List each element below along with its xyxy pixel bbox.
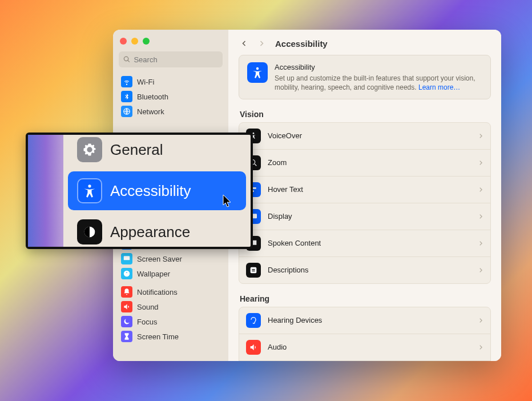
row-label: Spoken Content xyxy=(268,239,471,247)
chevron-right-icon xyxy=(478,187,483,193)
chevron-right-icon xyxy=(478,267,483,273)
chevron-right-icon xyxy=(478,133,483,139)
row-label: Hover Text xyxy=(268,185,471,194)
sidebar-item-focus[interactable]: Focus xyxy=(116,314,225,329)
bell-icon xyxy=(121,286,132,298)
bluetooth-icon xyxy=(121,91,132,102)
wifi-icon xyxy=(121,76,132,87)
row-hearing-devices[interactable]: Hearing Devices xyxy=(239,307,490,334)
section-title-vision: Vision xyxy=(240,110,491,119)
callout-item-label: Appearance xyxy=(110,223,190,241)
minimize-button[interactable] xyxy=(131,38,138,45)
page-title: Accessibility xyxy=(275,39,328,49)
moon-icon xyxy=(121,316,132,327)
svg-rect-2 xyxy=(124,256,130,260)
chevron-right-icon xyxy=(478,214,483,219)
sidebar-item-wallpaper[interactable]: Wallpaper xyxy=(116,266,225,281)
svg-point-4 xyxy=(253,133,255,134)
info-heading: Accessibility xyxy=(275,62,482,73)
toolbar: Accessibility xyxy=(228,30,501,55)
sidebar-item-label: Network xyxy=(137,107,164,116)
accessibility-icon xyxy=(77,178,102,203)
sidebar-item-label: Bluetooth xyxy=(137,93,168,101)
sidebar-item-screensaver[interactable]: Screen Saver xyxy=(116,251,225,266)
sidebar-item-label: Wallpaper xyxy=(137,270,170,278)
back-button[interactable] xyxy=(239,38,250,49)
row-label: VoiceOver xyxy=(268,131,471,140)
svg-point-3 xyxy=(256,67,259,70)
speaker-icon xyxy=(121,301,132,312)
callout-item-label: General xyxy=(110,141,163,159)
info-text: Accessibility Set up and customize the b… xyxy=(275,62,482,92)
wallpaper-icon xyxy=(121,268,132,279)
vision-list: VoiceOver Zoom Hover Text Display xyxy=(239,122,491,284)
screensaver-icon xyxy=(121,253,132,264)
search-input[interactable] xyxy=(134,55,218,64)
sidebar-item-label: Focus xyxy=(137,318,157,326)
search-icon xyxy=(123,55,130,63)
sidebar-item-network[interactable]: Network xyxy=(116,104,225,119)
row-label: Audio xyxy=(268,343,471,351)
row-label: Descriptions xyxy=(268,266,471,274)
callout-desktop-strip xyxy=(28,135,63,247)
sidebar-item-label: Screen Time xyxy=(137,332,179,341)
row-label: Hearing Devices xyxy=(268,316,471,324)
sidebar-item-label: Wi-Fi xyxy=(137,78,154,86)
audio-icon xyxy=(246,340,261,355)
zoom-callout: General Accessibility Appearance xyxy=(26,133,253,249)
row-descriptions[interactable]: Descriptions xyxy=(239,256,490,283)
descriptions-icon xyxy=(246,263,261,278)
forward-button[interactable] xyxy=(256,38,267,49)
accessibility-big-icon xyxy=(247,62,268,83)
row-label: Display xyxy=(268,212,471,220)
main-pane: Accessibility Accessibility Set up and c… xyxy=(228,30,501,361)
row-zoom[interactable]: Zoom xyxy=(239,149,490,176)
chevron-right-icon xyxy=(478,240,483,246)
row-voiceover[interactable]: VoiceOver xyxy=(239,123,490,149)
chevron-right-icon xyxy=(478,318,483,323)
appearance-icon xyxy=(77,219,102,244)
svg-point-9 xyxy=(88,185,91,187)
row-audio[interactable]: Audio xyxy=(239,334,490,360)
sidebar-item-wifi[interactable]: Wi-Fi xyxy=(116,74,225,89)
row-spoken-content[interactable]: Spoken Content xyxy=(239,230,490,256)
window-controls xyxy=(113,35,228,49)
callout-item-label: Accessibility xyxy=(110,182,191,200)
content: Accessibility Set up and customize the b… xyxy=(228,55,501,361)
globe-icon xyxy=(121,106,132,117)
row-display[interactable]: Display xyxy=(239,203,490,230)
chevron-right-icon xyxy=(478,344,483,350)
close-button[interactable] xyxy=(120,38,127,45)
sidebar-item-bluetooth[interactable]: Bluetooth xyxy=(116,89,225,104)
section-title-hearing: Hearing xyxy=(240,294,491,303)
callout-item-accessibility[interactable]: Accessibility xyxy=(68,171,246,210)
callout-list: General Accessibility Appearance xyxy=(63,135,251,247)
sidebar-item-notifications[interactable]: Notifications xyxy=(116,284,225,299)
learn-more-link[interactable]: Learn more… xyxy=(418,83,460,91)
callout-item-appearance[interactable]: Appearance xyxy=(68,212,246,251)
sidebar-item-label: Screen Saver xyxy=(137,255,182,263)
svg-rect-7 xyxy=(251,267,257,274)
row-hovertext[interactable]: Hover Text xyxy=(239,176,490,203)
search-field[interactable] xyxy=(119,51,223,67)
maximize-button[interactable] xyxy=(143,38,150,45)
info-box: Accessibility Set up and customize the b… xyxy=(239,55,491,99)
sidebar-item-label: Sound xyxy=(137,303,159,311)
sidebar-item-label: Notifications xyxy=(137,288,178,296)
row-label: Zoom xyxy=(268,158,471,167)
hearing-list: Hearing Devices Audio Captions xyxy=(239,307,491,361)
hourglass-icon xyxy=(121,331,132,342)
chevron-right-icon xyxy=(478,160,483,166)
sidebar-item-sound[interactable]: Sound xyxy=(116,299,225,314)
sidebar-item-screentime[interactable]: Screen Time xyxy=(116,329,225,344)
row-captions[interactable]: Captions xyxy=(239,360,490,361)
gear-icon xyxy=(77,137,102,162)
ear-icon xyxy=(246,313,261,328)
callout-item-general[interactable]: General xyxy=(68,130,246,169)
